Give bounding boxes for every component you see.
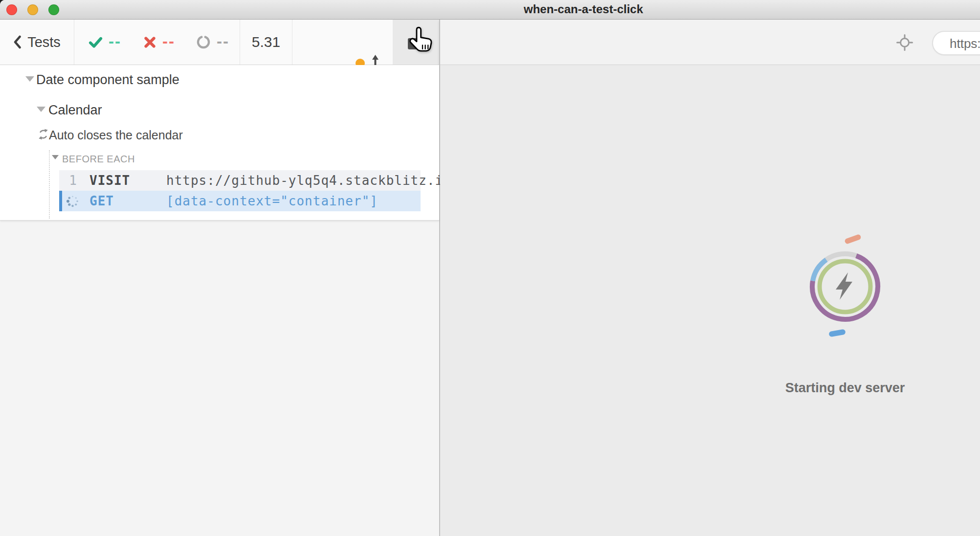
viewport-icon (408, 38, 429, 49)
command-message: https://github-ylq5q4.stackblitz.io (166, 170, 451, 191)
command-number: 1 (59, 170, 77, 191)
stat-pending: -- (196, 20, 229, 65)
app-window: when-can-a-test-click Tests -- (0, 0, 980, 536)
viewport-button[interactable] (393, 20, 439, 65)
toolbar-left: Tests -- -- (0, 20, 439, 65)
caret-down-icon[interactable] (52, 155, 59, 159)
failed-count: -- (162, 33, 175, 49)
duration-display: 5.31 (240, 20, 292, 65)
lightning-bolt-icon (836, 272, 852, 300)
check-icon (88, 35, 103, 50)
pending-circle-icon (196, 34, 211, 50)
selector-playground-icon[interactable] (896, 34, 913, 51)
url-input[interactable] (933, 32, 980, 55)
chevron-left-icon (13, 35, 22, 49)
active-command-bar (59, 191, 62, 211)
command-method: GET (89, 191, 114, 211)
toolbar: Tests -- -- (0, 20, 980, 65)
hook-before-each-label[interactable]: BEFORE EACH (62, 154, 135, 165)
caret-down-icon[interactable] (25, 76, 34, 82)
x-icon (143, 35, 157, 49)
toolbar-right (439, 20, 980, 65)
loader-dash-blue-icon (828, 329, 846, 337)
command-log: 1 VISIT https://github-ylq5q4.stackblitz… (59, 170, 421, 211)
hook-indent-line (49, 150, 50, 219)
command-row-get[interactable]: GET [data-context="container"] (59, 191, 421, 211)
spinner-icon (66, 195, 79, 208)
back-to-tests-label: Tests (27, 34, 61, 50)
zoom-button[interactable] (48, 4, 59, 15)
test-report-card: Date component sample Calendar Auto clos… (0, 65, 439, 221)
aut-panel: Starting dev server (440, 65, 980, 536)
minimize-button[interactable] (27, 4, 38, 15)
passed-count: -- (109, 33, 121, 49)
window-title: when-can-a-test-click (524, 0, 643, 19)
test-title[interactable]: Auto closes the calendar (49, 128, 183, 142)
titlebar: when-can-a-test-click (0, 0, 980, 20)
stackblitz-loader (789, 230, 901, 343)
reporter-panel: Date component sample Calendar Auto clos… (0, 65, 439, 536)
command-message: [data-context="container"] (166, 191, 378, 211)
loader-dash-salmon-icon (844, 234, 862, 245)
back-to-tests-button[interactable]: Tests (0, 20, 74, 65)
url-bar (932, 31, 980, 55)
stat-passed: -- (88, 20, 121, 65)
stat-failed: -- (143, 20, 175, 65)
caret-down-icon[interactable] (37, 107, 45, 112)
pending-count: -- (217, 33, 229, 49)
suite-date-component-sample[interactable]: Date component sample (36, 72, 179, 88)
close-button[interactable] (6, 4, 17, 15)
suite-calendar[interactable]: Calendar (48, 103, 102, 118)
test-running-refresh-icon (38, 129, 49, 140)
command-method: VISIT (89, 170, 130, 191)
command-row-visit[interactable]: 1 VISIT https://github-ylq5q4.stackblitz… (59, 170, 421, 191)
dev-server-status: Starting dev server (785, 380, 905, 396)
